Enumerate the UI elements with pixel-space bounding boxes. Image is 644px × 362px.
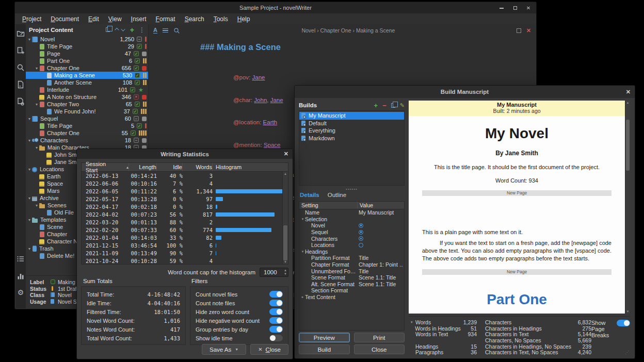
table-scrollbar[interactable]: ▲▼ [282,172,288,264]
column-session-start[interactable]: Session Start ▴ [82,163,129,171]
session-row[interactable]: 2022-06-13 00:14:21 40 % 3 [82,172,288,179]
tree-item[interactable]: ▾ Chapter One 656 [26,64,148,72]
doc-settings-icon[interactable] [17,97,25,106]
menu-item[interactable]: Search [180,14,209,24]
filter-toggle[interactable] [269,300,283,306]
build-item[interactable]: Default [299,120,404,127]
histogram-cap-spinner[interactable]: 1000 ▲▼ [260,268,288,277]
preview-scrollbar[interactable]: ▲▼ [625,101,630,314]
setting-row[interactable]: ▾ Selection [299,216,404,223]
expander-icon[interactable]: ▾ [27,218,32,222]
setting-row[interactable]: Section Format [299,287,404,294]
session-row[interactable]: 2022-04-17 00:02:18 0 % 18 [82,203,288,210]
writing-stats-icon[interactable] [17,272,25,280]
tree-item[interactable]: Another Scene 108 [26,79,148,86]
maximize-button[interactable] [508,5,522,11]
save-as-button[interactable]: Save As▼ [202,344,246,355]
setting-row[interactable]: Name My Manuscript [299,209,404,216]
setting-row[interactable]: Partition Format Title [299,255,404,261]
setting-row[interactable]: ▾ Headings [299,249,404,255]
radio-indicator[interactable] [359,223,363,228]
splitter-handle[interactable]: •••••• [299,187,405,191]
settings-gear-icon[interactable]: ⚙ [18,289,24,296]
outline-view-icon[interactable] [17,255,25,263]
preview-page[interactable]: My Novel By Jane Smith This is the title… [409,116,625,314]
close-button[interactable]: ✕Close [250,344,288,355]
tree-item[interactable]: Interlude 101 [26,86,148,93]
menu-item[interactable]: Help [233,14,255,24]
tree-item[interactable]: A Note on Structure 346 [26,93,148,101]
novel-view-icon[interactable] [17,46,25,55]
minimize-button[interactable] [495,5,508,11]
setting-row[interactable]: Chapter Format Chapter 1: Point … [299,261,404,268]
column-words[interactable]: Words [183,163,213,171]
setting-row[interactable]: Alt. Scene Format Scene 1.1: Title [299,281,404,288]
expand-all-icon[interactable] [106,27,110,32]
tree-item[interactable]: Part One 6 [26,57,148,64]
close-dialog-icon[interactable]: ✕ [626,86,631,98]
session-row[interactable]: 2021-10-24 00:10:28 59 % 4 [82,257,288,264]
main-titlebar[interactable]: Sample Project - novelWriter ✕ [15,2,536,13]
radio-indicator[interactable] [359,236,363,241]
duplicate-build-icon[interactable] [391,103,395,108]
search-icon[interactable] [17,63,25,72]
tab[interactable]: Outline [328,192,346,198]
expander-icon[interactable]: ▾ [27,196,32,201]
menu-item[interactable]: Format [151,14,180,24]
tree-item[interactable]: Page 47 [26,50,148,57]
expander-icon[interactable]: ▸ [300,295,305,299]
menu-item[interactable]: View [104,14,126,24]
maximize-editor-icon[interactable] [517,28,521,33]
build-item[interactable]: My Manuscript [299,112,404,120]
dialog-button[interactable]: Build [299,344,350,354]
stats-titlebar[interactable]: Writing Statistics ✕ [77,149,293,159]
build-item[interactable]: Everything [299,127,404,135]
close-document-icon[interactable]: ✕ [526,27,531,34]
session-row[interactable]: 2022-05-17 00:13:28 0 % 97 [82,195,288,203]
radio-indicator[interactable] [359,230,363,235]
menu-item[interactable]: Document [46,14,84,24]
filter-toggle[interactable] [269,335,283,341]
remove-build-icon[interactable]: − [382,102,387,109]
session-row[interactable]: 2022-03-20 00:01:13 88 % 2 [82,218,288,226]
column-length[interactable]: Length [129,163,157,171]
expander-icon[interactable]: ▾ [27,138,32,143]
add-item-icon[interactable]: + [130,27,134,32]
setting-row[interactable]: Locations [299,242,404,249]
move-down-icon[interactable] [121,27,125,31]
more-menu-icon[interactable]: ⋮ [139,26,145,34]
setting-row[interactable]: Characters [299,235,404,242]
setting-row[interactable]: Novel [299,222,404,229]
menu-item[interactable]: Insert [126,14,151,24]
menu-item[interactable]: Project [18,14,46,24]
expander-icon[interactable]: ▾ [34,66,39,71]
tab[interactable]: Details [300,192,319,198]
session-row[interactable]: 2022-04-02 00:07:23 56 % 817 [82,210,288,218]
filter-toggle[interactable] [269,326,283,333]
tree-item[interactable]: Title Page 29 [26,43,148,50]
dialog-button[interactable]: Print [354,333,405,342]
expander-icon[interactable]: ▾ [27,246,32,251]
tree-item[interactable]: ▾ Characters 18 [26,137,148,144]
edit-build-icon[interactable]: ✎ [400,102,405,109]
document-icon[interactable] [17,80,25,89]
menu-item[interactable]: Edit [84,14,104,24]
close-button[interactable]: ✕ [522,5,535,11]
build-item[interactable]: Markdown [299,135,404,142]
session-row[interactable]: 2022-06-05 00:11:22 6 % 1,344 [82,187,288,195]
project-tree-icon[interactable] [17,29,25,38]
outline-icon[interactable] [163,27,168,34]
expander-icon[interactable]: ▾ [34,203,39,208]
expander-icon[interactable]: ▾ [27,167,32,172]
add-build-icon[interactable]: + [374,102,378,109]
session-row[interactable]: 2022-06-06 00:10:16 7 % 4 [82,179,288,187]
spin-down-icon[interactable]: ▼ [284,272,287,276]
session-row[interactable]: 2022-01-04 00:14:03 33 % 82 [82,234,288,241]
move-up-icon[interactable] [115,27,119,31]
setting-row[interactable]: Unnumbered Fo… Title [299,268,404,274]
tree-item[interactable]: We Found John! 37 [26,108,148,115]
expander-icon[interactable]: ▾ [27,37,32,42]
show-page-breaks-toggle[interactable] [617,320,630,326]
build-titlebar[interactable]: Build Manuscript ✕ [295,86,635,98]
session-row[interactable]: 2021-11-09 00:13:49 90 % 7 [82,249,288,257]
